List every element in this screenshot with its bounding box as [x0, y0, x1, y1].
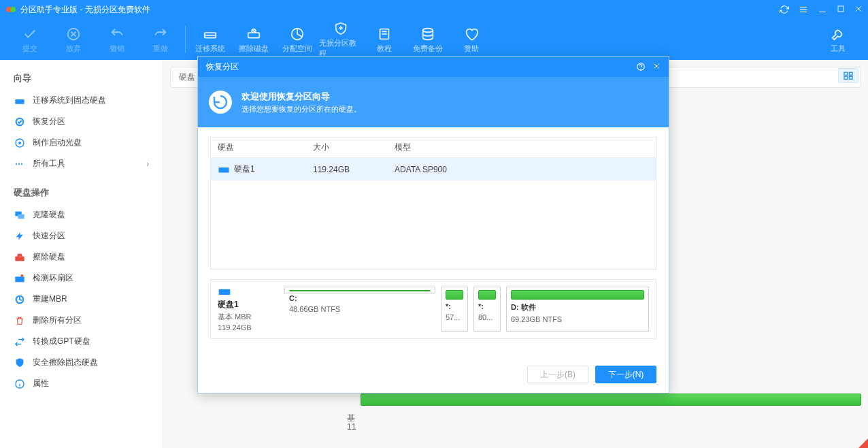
svg-rect-29	[18, 214, 24, 219]
partition-bar	[446, 290, 463, 300]
sidebar-item-bootdisk[interactable]: 制作启动光盘	[0, 132, 163, 153]
partition-hidden-2[interactable]: *: 80...	[473, 287, 501, 332]
book-icon	[376, 26, 393, 42]
disk-info: 硬盘1 基本 MBR 119.24GB	[218, 287, 279, 332]
minimize-icon[interactable]	[818, 5, 827, 14]
rebuild-icon	[14, 295, 26, 304]
menu-icon[interactable]	[799, 5, 808, 14]
svg-rect-40	[849, 76, 852, 79]
help-icon[interactable]	[636, 62, 646, 71]
lossless-button[interactable]: 无损分区教程	[319, 19, 363, 60]
sidebar-item-deleteall[interactable]: 删除所有分区	[0, 310, 163, 331]
discard-button[interactable]: 放弃	[52, 19, 95, 60]
wrench-icon	[830, 26, 846, 42]
sidebar-item-properties[interactable]: 属性	[0, 373, 163, 394]
partition-bar	[478, 290, 496, 300]
svg-rect-45	[219, 167, 229, 173]
app-title: 分区助手专业版 - 无损分区免费软件	[20, 4, 150, 16]
sidebar-item-gpt[interactable]: 转换成GPT硬盘	[0, 331, 163, 352]
heart-icon	[463, 26, 480, 42]
erase-icon	[14, 253, 26, 262]
svg-rect-38	[849, 72, 852, 75]
svg-rect-6	[838, 6, 844, 12]
svg-rect-14	[248, 33, 260, 37]
chevron-right-icon: ›	[146, 159, 149, 169]
resize-handle[interactable]	[858, 438, 868, 448]
sidebar-item-quick[interactable]: 快速分区	[0, 225, 163, 246]
commit-button[interactable]: 提交	[8, 19, 52, 60]
sidebar-item-alltools[interactable]: ⋯所有工具›	[0, 153, 163, 174]
dialog-banner: 欢迎使用恢复分区向导 选择您想要恢复的分区所在的硬盘。	[198, 77, 669, 127]
svg-line-16	[252, 29, 255, 32]
clone-icon	[14, 210, 26, 220]
trash-icon	[14, 316, 26, 325]
migrate-button[interactable]: 迁移系统	[188, 19, 232, 60]
sidebar-item-clone[interactable]: 克隆硬盘	[0, 204, 163, 225]
sidebar-item-rebuildmbr[interactable]: 重建MBR	[0, 289, 163, 310]
dialog-footer: 上一步(B) 下一步(N)	[198, 360, 669, 393]
convert-icon	[14, 337, 26, 347]
background-partition-bar	[361, 394, 861, 406]
svg-rect-37	[844, 72, 848, 75]
undo-icon	[109, 26, 125, 42]
svg-point-32	[20, 274, 23, 277]
svg-rect-30	[15, 256, 24, 261]
redo-button[interactable]: 重做	[139, 19, 182, 60]
secure-erase-icon	[14, 358, 26, 368]
info-icon	[14, 379, 26, 389]
view-toggle[interactable]	[838, 68, 858, 83]
prev-button: 上一步(B)	[527, 366, 588, 383]
sidebar: 向导 迁移系统到固态硬盘 恢复分区 制作启动光盘 ⋯所有工具› 硬盘操作 克隆硬…	[0, 60, 163, 448]
toolbar: 提交 放弃 撤销 重做 迁移系统 擦除磁盘 分配空间 无损分区教程 教程 免费备…	[0, 19, 868, 60]
svg-rect-31	[15, 276, 24, 282]
refresh-icon[interactable]	[780, 5, 789, 14]
sidebar-item-secureerase[interactable]: 安全擦除固态硬盘	[0, 352, 163, 373]
window-controls	[780, 5, 863, 14]
sidebar-item-erase[interactable]: 擦除硬盘	[0, 246, 163, 268]
disk-icon	[14, 96, 26, 106]
sidebar-item-recover[interactable]: 恢复分区	[0, 111, 163, 132]
table-header: 硬盘 大小 模型	[211, 138, 656, 158]
disk-icon	[202, 26, 218, 42]
check-icon	[22, 26, 38, 42]
banner-title: 欢迎使用恢复分区向导	[241, 91, 361, 103]
donate-button[interactable]: 赞助	[450, 19, 493, 60]
partition-hidden-1[interactable]: *: 57...	[441, 287, 468, 332]
dialog-titlebar: 恢复分区	[198, 57, 669, 77]
wipe-disk-button[interactable]: 擦除磁盘	[232, 19, 276, 60]
close-icon[interactable]	[652, 62, 661, 71]
recover-icon	[14, 117, 26, 127]
allocate-button[interactable]: 分配空间	[276, 19, 319, 60]
cancel-icon	[65, 26, 82, 42]
tools-button[interactable]: 工具	[816, 19, 860, 60]
maximize-icon[interactable]	[837, 5, 845, 14]
dialog-title: 恢复分区	[206, 61, 239, 73]
sidebar-item-badblocks[interactable]: 检测坏扇区	[0, 268, 163, 289]
sidebar-item-migrate[interactable]: 迁移系统到固态硬盘	[0, 90, 163, 111]
tutorial-button[interactable]: 教程	[363, 19, 406, 60]
svg-point-23	[423, 28, 433, 32]
table-row[interactable]: 硬盘1 119.24GB ADATA SP900	[211, 158, 656, 180]
svg-point-1	[10, 7, 16, 12]
close-icon[interactable]	[854, 5, 863, 14]
scan-icon	[14, 274, 26, 283]
disk-table: 硬盘 大小 模型 硬盘1 119.24GB ADATA SP900	[210, 137, 656, 270]
disk-icon	[218, 287, 231, 296]
erase-icon	[246, 26, 262, 42]
shield-icon	[333, 20, 349, 37]
undo-button[interactable]: 撤销	[95, 19, 139, 60]
svg-point-27	[19, 142, 21, 144]
disk-icon	[218, 165, 230, 174]
svg-point-42	[641, 69, 641, 69]
titlebar: 分区助手专业版 - 无损分区免费软件	[0, 0, 868, 19]
cd-icon	[14, 138, 26, 148]
wizard-header: 向导	[0, 67, 163, 90]
partition-d[interactable]: D: 软件 69.23GB NTFS	[506, 287, 649, 332]
partition-c[interactable]: C: 48.66GB NTFS	[284, 287, 435, 293]
next-button[interactable]: 下一步(N)	[595, 366, 656, 383]
backup-button[interactable]: 免费备份	[406, 19, 450, 60]
svg-rect-24	[15, 99, 24, 104]
ops-header: 硬盘操作	[0, 181, 163, 204]
database-icon	[420, 26, 436, 42]
toolbar-separator	[185, 26, 186, 53]
